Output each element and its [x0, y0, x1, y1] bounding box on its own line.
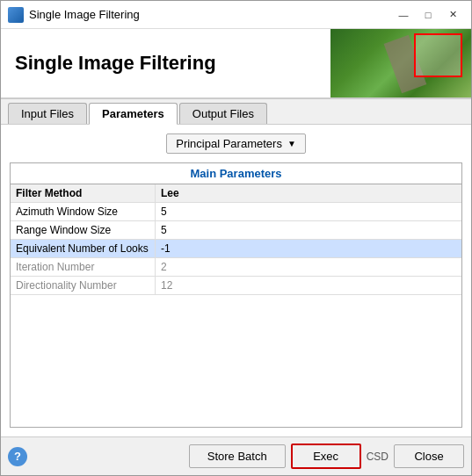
app-icon [8, 7, 24, 23]
minimize-button[interactable]: — [392, 6, 415, 24]
title-bar: Single Image Filtering — □ ✕ [1, 1, 471, 29]
row-value[interactable]: 5 [156, 221, 461, 239]
params-table: Main Parameters Filter Method Lee Azimut… [10, 162, 462, 428]
dropdown-row: Principal Parameters ▼ [10, 133, 462, 154]
close-dialog-button[interactable]: Close [394, 444, 464, 468]
main-window: Single Image Filtering — □ ✕ Single Imag… [0, 0, 472, 476]
row-value[interactable]: 2 [156, 258, 461, 276]
tab-input-files[interactable]: Input Files [8, 103, 87, 124]
table-row[interactable]: Range Window Size 5 [11, 221, 461, 240]
chevron-down-icon: ▼ [287, 139, 296, 148]
row-value[interactable]: 5 [156, 203, 461, 220]
row-label: Range Window Size [11, 221, 156, 239]
maximize-button[interactable]: □ [417, 6, 439, 24]
tab-parameters[interactable]: Parameters [89, 103, 178, 125]
col-value-header: Lee [156, 184, 461, 202]
tab-output-files[interactable]: Output Files [179, 103, 267, 124]
table-section-header: Main Parameters [11, 163, 461, 184]
help-button[interactable]: ? [8, 447, 27, 466]
header-image-overlay [414, 33, 462, 77]
row-label: Directionality Number [11, 277, 156, 294]
tabs-bar: Input Files Parameters Output Files [1, 99, 471, 125]
header-image-bg [330, 29, 471, 99]
bottom-bar: ? Store Batch Exec CSD Close [1, 436, 471, 475]
bottom-left: ? [8, 447, 27, 466]
table-header-row: Filter Method Lee [11, 184, 461, 203]
col-filter-header: Filter Method [11, 184, 156, 202]
principal-params-dropdown[interactable]: Principal Parameters ▼ [166, 133, 306, 154]
header-banner: Single Image Filtering [1, 29, 471, 99]
table-row-active[interactable]: Equivalent Number of Looks -1 [11, 240, 461, 258]
table-row[interactable]: Directionality Number 12 [11, 277, 461, 295]
row-label: Azimuth Window Size [11, 203, 156, 220]
row-label: Iteration Number [11, 258, 156, 276]
row-value[interactable]: 12 [156, 277, 461, 294]
content-area: Principal Parameters ▼ Main Parameters F… [1, 125, 471, 436]
table-row[interactable]: Azimuth Window Size 5 [11, 203, 461, 221]
exec-button[interactable]: Exec [291, 444, 361, 469]
table-row[interactable]: Iteration Number 2 [11, 258, 461, 277]
close-button[interactable]: ✕ [441, 6, 464, 24]
dropdown-label: Principal Parameters [176, 137, 282, 150]
store-batch-button[interactable]: Store Batch [189, 444, 286, 468]
header-title: Single Image Filtering [15, 52, 216, 75]
header-image [330, 29, 471, 99]
csd-label: CSD [367, 451, 388, 463]
window-title: Single Image Filtering [29, 8, 392, 21]
row-label: Equivalent Number of Looks [11, 240, 156, 257]
window-controls: — □ ✕ [392, 6, 464, 24]
row-value[interactable]: -1 [156, 240, 461, 257]
